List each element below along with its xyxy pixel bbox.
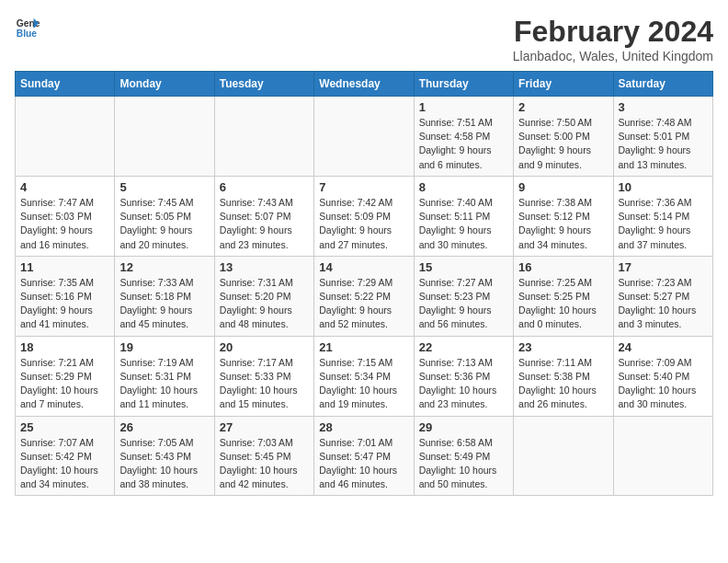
day-number: 12 (119, 260, 209, 274)
calendar-cell: 26Sunrise: 7:05 AM Sunset: 5:43 PM Dayli… (115, 416, 214, 496)
calendar-cell: 18Sunrise: 7:21 AM Sunset: 5:29 PM Dayli… (16, 336, 115, 416)
day-number: 27 (220, 420, 309, 434)
weekday-header: Sunday (16, 72, 115, 97)
calendar-cell (514, 416, 613, 496)
calendar-cell: 16Sunrise: 7:25 AM Sunset: 5:25 PM Dayli… (514, 256, 613, 336)
day-info: Sunrise: 7:42 AM Sunset: 5:09 PM Dayligh… (319, 196, 408, 252)
day-info: Sunrise: 7:43 AM Sunset: 5:07 PM Dayligh… (220, 196, 309, 252)
page-header: General Blue February 2024 Llanbadoc, Wa… (15, 15, 713, 63)
day-number: 6 (220, 180, 309, 194)
calendar-week-row: 18Sunrise: 7:21 AM Sunset: 5:29 PM Dayli… (16, 336, 713, 416)
calendar-cell: 9Sunrise: 7:38 AM Sunset: 5:12 PM Daylig… (514, 176, 613, 256)
day-number: 13 (220, 260, 309, 274)
day-number: 16 (518, 260, 608, 274)
calendar-cell: 14Sunrise: 7:29 AM Sunset: 5:22 PM Dayli… (314, 256, 414, 336)
day-info: Sunrise: 7:38 AM Sunset: 5:12 PM Dayligh… (518, 196, 608, 252)
day-info: Sunrise: 7:33 AM Sunset: 5:18 PM Dayligh… (119, 276, 209, 332)
day-info: Sunrise: 7:03 AM Sunset: 5:45 PM Dayligh… (220, 436, 309, 492)
calendar-cell: 19Sunrise: 7:19 AM Sunset: 5:31 PM Dayli… (115, 336, 214, 416)
day-info: Sunrise: 7:01 AM Sunset: 5:47 PM Dayligh… (319, 436, 408, 492)
day-info: Sunrise: 7:27 AM Sunset: 5:23 PM Dayligh… (419, 276, 508, 332)
calendar-cell: 24Sunrise: 7:09 AM Sunset: 5:40 PM Dayli… (613, 336, 712, 416)
weekday-header: Tuesday (214, 72, 313, 97)
day-number: 5 (119, 180, 209, 194)
calendar-cell: 29Sunrise: 6:58 AM Sunset: 5:49 PM Dayli… (414, 416, 513, 496)
day-number: 2 (518, 100, 608, 114)
location: Llanbadoc, Wales, United Kingdom (513, 49, 713, 63)
calendar-cell: 5Sunrise: 7:45 AM Sunset: 5:05 PM Daylig… (115, 176, 214, 256)
day-number: 23 (518, 340, 608, 354)
calendar-cell (115, 97, 214, 177)
logo: General Blue (15, 15, 40, 40)
day-number: 24 (619, 340, 708, 354)
day-number: 22 (419, 340, 508, 354)
calendar-cell: 21Sunrise: 7:15 AM Sunset: 5:34 PM Dayli… (314, 336, 414, 416)
calendar-cell: 13Sunrise: 7:31 AM Sunset: 5:20 PM Dayli… (214, 256, 313, 336)
calendar-week-row: 1Sunrise: 7:51 AM Sunset: 4:58 PM Daylig… (16, 97, 713, 177)
day-info: Sunrise: 7:25 AM Sunset: 5:25 PM Dayligh… (518, 276, 608, 332)
day-info: Sunrise: 7:36 AM Sunset: 5:14 PM Dayligh… (619, 196, 708, 252)
day-number: 1 (419, 100, 508, 114)
day-number: 9 (518, 180, 608, 194)
day-number: 11 (20, 260, 109, 274)
day-number: 18 (20, 340, 109, 354)
day-number: 26 (119, 420, 209, 434)
day-info: Sunrise: 7:19 AM Sunset: 5:31 PM Dayligh… (119, 356, 209, 412)
day-number: 17 (619, 260, 708, 274)
calendar-cell: 4Sunrise: 7:47 AM Sunset: 5:03 PM Daylig… (16, 176, 115, 256)
title-block: February 2024 Llanbadoc, Wales, United K… (513, 15, 713, 63)
day-info: Sunrise: 7:15 AM Sunset: 5:34 PM Dayligh… (319, 356, 408, 412)
day-number: 10 (619, 180, 708, 194)
day-info: Sunrise: 7:09 AM Sunset: 5:40 PM Dayligh… (619, 356, 708, 412)
day-number: 29 (419, 420, 508, 434)
calendar-cell: 15Sunrise: 7:27 AM Sunset: 5:23 PM Dayli… (414, 256, 513, 336)
calendar-cell: 23Sunrise: 7:11 AM Sunset: 5:38 PM Dayli… (514, 336, 613, 416)
day-number: 14 (319, 260, 408, 274)
day-number: 28 (319, 420, 408, 434)
calendar-cell: 7Sunrise: 7:42 AM Sunset: 5:09 PM Daylig… (314, 176, 414, 256)
calendar-week-row: 25Sunrise: 7:07 AM Sunset: 5:42 PM Dayli… (16, 416, 713, 496)
calendar-cell: 3Sunrise: 7:48 AM Sunset: 5:01 PM Daylig… (613, 97, 712, 177)
calendar-cell: 10Sunrise: 7:36 AM Sunset: 5:14 PM Dayli… (613, 176, 712, 256)
day-info: Sunrise: 7:11 AM Sunset: 5:38 PM Dayligh… (518, 356, 608, 412)
day-info: Sunrise: 7:07 AM Sunset: 5:42 PM Dayligh… (20, 436, 109, 492)
day-info: Sunrise: 7:50 AM Sunset: 5:00 PM Dayligh… (518, 116, 608, 172)
calendar-cell: 8Sunrise: 7:40 AM Sunset: 5:11 PM Daylig… (414, 176, 513, 256)
calendar-cell (613, 416, 712, 496)
calendar-cell: 11Sunrise: 7:35 AM Sunset: 5:16 PM Dayli… (16, 256, 115, 336)
calendar-cell (314, 97, 414, 177)
calendar-cell: 17Sunrise: 7:23 AM Sunset: 5:27 PM Dayli… (613, 256, 712, 336)
calendar-cell: 25Sunrise: 7:07 AM Sunset: 5:42 PM Dayli… (16, 416, 115, 496)
calendar-week-row: 4Sunrise: 7:47 AM Sunset: 5:03 PM Daylig… (16, 176, 713, 256)
day-info: Sunrise: 7:51 AM Sunset: 4:58 PM Dayligh… (419, 116, 508, 172)
weekday-header: Monday (115, 72, 214, 97)
calendar-cell: 22Sunrise: 7:13 AM Sunset: 5:36 PM Dayli… (414, 336, 513, 416)
calendar-table: SundayMondayTuesdayWednesdayThursdayFrid… (15, 71, 713, 496)
day-number: 3 (619, 100, 708, 114)
weekday-header: Wednesday (314, 72, 414, 97)
logo-icon: General Blue (15, 15, 40, 40)
calendar-cell (214, 97, 313, 177)
calendar-cell (16, 97, 115, 177)
day-info: Sunrise: 7:48 AM Sunset: 5:01 PM Dayligh… (619, 116, 708, 172)
day-info: Sunrise: 7:13 AM Sunset: 5:36 PM Dayligh… (419, 356, 508, 412)
weekday-header: Thursday (414, 72, 513, 97)
calendar-cell: 2Sunrise: 7:50 AM Sunset: 5:00 PM Daylig… (514, 97, 613, 177)
calendar-cell: 1Sunrise: 7:51 AM Sunset: 4:58 PM Daylig… (414, 97, 513, 177)
day-info: Sunrise: 7:23 AM Sunset: 5:27 PM Dayligh… (619, 276, 708, 332)
day-info: Sunrise: 7:29 AM Sunset: 5:22 PM Dayligh… (319, 276, 408, 332)
day-info: Sunrise: 7:05 AM Sunset: 5:43 PM Dayligh… (119, 436, 209, 492)
calendar-cell: 27Sunrise: 7:03 AM Sunset: 5:45 PM Dayli… (214, 416, 313, 496)
day-info: Sunrise: 7:17 AM Sunset: 5:33 PM Dayligh… (220, 356, 309, 412)
day-info: Sunrise: 7:35 AM Sunset: 5:16 PM Dayligh… (20, 276, 109, 332)
day-number: 8 (419, 180, 508, 194)
day-info: Sunrise: 7:40 AM Sunset: 5:11 PM Dayligh… (419, 196, 508, 252)
calendar-cell: 12Sunrise: 7:33 AM Sunset: 5:18 PM Dayli… (115, 256, 214, 336)
svg-text:Blue: Blue (17, 29, 38, 39)
day-info: Sunrise: 6:58 AM Sunset: 5:49 PM Dayligh… (419, 436, 508, 492)
calendar-week-row: 11Sunrise: 7:35 AM Sunset: 5:16 PM Dayli… (16, 256, 713, 336)
day-number: 20 (220, 340, 309, 354)
calendar-cell: 28Sunrise: 7:01 AM Sunset: 5:47 PM Dayli… (314, 416, 414, 496)
day-number: 7 (319, 180, 408, 194)
day-number: 21 (319, 340, 408, 354)
